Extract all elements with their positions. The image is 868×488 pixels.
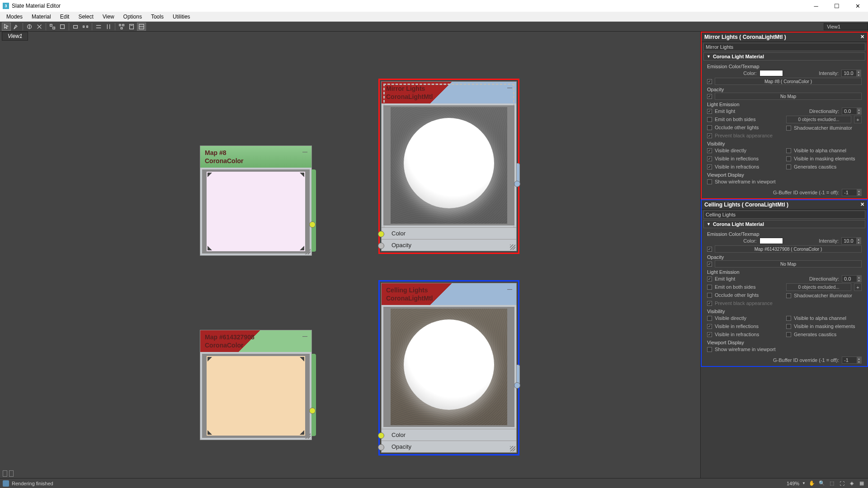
node-mapbig-header[interactable]: Map #614327908 CoronaColor — xyxy=(200,330,311,352)
texmap-slot[interactable]: Map #614327908 ( CoronaColor ) xyxy=(715,245,862,253)
select-tool-icon[interactable] xyxy=(2,23,11,31)
panel-mirror-name-field[interactable]: Mirror Lights xyxy=(703,43,865,51)
gen-caustics-checkbox[interactable] xyxy=(786,332,791,337)
delete-tool-icon[interactable] xyxy=(35,23,44,31)
panel-mirror-header[interactable]: Mirror Lights ( CoronaLightMtl )✕ xyxy=(702,33,867,42)
maximize-button[interactable]: ☐ xyxy=(826,0,847,12)
vis-mask-checkbox[interactable] xyxy=(786,324,791,329)
exclude-button[interactable]: 0 objects excluded... xyxy=(786,116,851,123)
collapse-icon[interactable]: — xyxy=(507,84,513,91)
layout-horizontal-icon[interactable] xyxy=(94,23,103,31)
panel-ceiling-header[interactable]: Celling Lights ( CoronaLightMtl )✕ xyxy=(702,200,867,210)
rollout-header[interactable]: ▼Corona Light Material xyxy=(703,52,865,61)
resize-grip-icon[interactable] xyxy=(510,446,515,451)
show-end-icon[interactable] xyxy=(81,23,90,31)
emit-light-checkbox[interactable] xyxy=(707,109,712,114)
texmap-toggle[interactable] xyxy=(707,247,712,252)
vis-alpha-checkbox[interactable] xyxy=(786,316,791,321)
menu-options[interactable]: Options xyxy=(119,13,146,21)
output-socket[interactable] xyxy=(514,382,520,389)
node-mirror[interactable]: Mirror Lights CoronaLightMtl — Color Opa… xyxy=(381,81,517,251)
resize-grip-icon[interactable] xyxy=(305,249,311,254)
panel-ceiling-name-field[interactable]: Celling Lights xyxy=(703,211,865,219)
intensity-spinner[interactable]: 10.0▲▼ xyxy=(841,70,861,77)
emit-light-checkbox[interactable] xyxy=(707,277,712,282)
shadowcatcher-checkbox[interactable] xyxy=(786,126,791,131)
node-ceiling[interactable]: Celling Lights CoronaLightMtl — Color Op… xyxy=(381,283,517,453)
hide-unused-icon[interactable] xyxy=(58,23,67,31)
exclude-button[interactable]: 0 objects excluded... xyxy=(786,283,851,291)
zoom-extents-icon[interactable]: ⛶ xyxy=(838,480,845,487)
resize-grip-icon[interactable] xyxy=(305,433,311,439)
output-socket[interactable] xyxy=(514,181,520,187)
resize-grip-icon[interactable] xyxy=(510,244,515,250)
node-canvas[interactable]: View1 Map #8 CoronaColor — xyxy=(0,32,701,478)
move-children-icon[interactable] xyxy=(48,23,57,31)
close-icon[interactable]: ✕ xyxy=(860,34,864,40)
opacity-toggle[interactable] xyxy=(707,262,712,267)
output-socket[interactable] xyxy=(309,408,316,414)
layout-vertical-icon[interactable] xyxy=(104,23,113,31)
wireframe-checkbox[interactable] xyxy=(707,347,712,352)
opacity-slot[interactable]: No Map xyxy=(715,93,862,100)
view-selector[interactable]: View1 xyxy=(824,23,868,30)
status-icon-1[interactable] xyxy=(3,470,7,477)
mirror-color-input[interactable]: Color xyxy=(382,227,516,239)
texmap-toggle[interactable] xyxy=(707,79,712,84)
vis-refl-checkbox[interactable] xyxy=(707,324,712,329)
zoom-icon[interactable]: 🔍 xyxy=(818,480,826,487)
texmap-slot[interactable]: Map #8 ( CoronaColor ) xyxy=(715,78,862,85)
vis-direct-checkbox[interactable] xyxy=(707,148,712,153)
node-ceiling-header[interactable]: Celling Lights CoronaLightMtl — xyxy=(382,283,516,305)
opacity-toggle[interactable] xyxy=(707,94,712,99)
vis-refr-checkbox[interactable] xyxy=(707,164,712,169)
mirror-opacity-input[interactable]: Opacity xyxy=(382,239,516,251)
menu-view[interactable]: View xyxy=(98,13,119,21)
wireframe-checkbox[interactable] xyxy=(707,179,712,184)
menu-edit[interactable]: Edit xyxy=(56,13,74,21)
add-exclude-button[interactable]: + xyxy=(854,116,862,123)
node-map8-header[interactable]: Map #8 CoronaColor — xyxy=(200,146,311,168)
add-exclude-button[interactable]: + xyxy=(854,283,862,291)
pan-icon[interactable]: ✋ xyxy=(808,480,816,487)
menu-select[interactable]: Select xyxy=(74,13,98,21)
ceiling-opacity-input[interactable]: Opacity xyxy=(382,441,516,452)
collapse-icon[interactable]: — xyxy=(507,286,513,292)
minimize-button[interactable]: ─ xyxy=(806,0,826,12)
color-swatch[interactable] xyxy=(760,238,783,244)
gbuffer-spinner[interactable]: -1▲▼ xyxy=(842,189,862,196)
zoom-level[interactable]: 149% xyxy=(787,481,799,486)
occlude-checkbox[interactable] xyxy=(707,125,712,130)
zoom-extents-sel-icon[interactable]: ◈ xyxy=(848,480,855,487)
emit-both-checkbox[interactable] xyxy=(707,117,712,122)
vis-mask-checkbox[interactable] xyxy=(786,156,791,161)
intensity-spinner[interactable]: 10.0▲▼ xyxy=(841,237,861,244)
vis-alpha-checkbox[interactable] xyxy=(786,148,791,153)
status-icon-2[interactable] xyxy=(9,470,14,477)
gbuffer-spinner[interactable]: -1▲▼ xyxy=(842,357,862,364)
directionality-spinner[interactable]: 0.0▲▼ xyxy=(842,275,862,282)
assign-tool-icon[interactable] xyxy=(25,23,34,31)
opacity-slot[interactable]: No Map xyxy=(715,260,862,267)
node-mirror-header[interactable]: Mirror Lights CoronaLightMtl — xyxy=(382,82,516,103)
zoom-region-icon[interactable]: ⬚ xyxy=(828,480,835,487)
vis-direct-checkbox[interactable] xyxy=(707,316,712,321)
directionality-spinner[interactable]: 0.0▲▼ xyxy=(842,108,862,115)
pick-tool-icon[interactable] xyxy=(12,23,21,31)
emit-both-checkbox[interactable] xyxy=(707,285,712,290)
occlude-checkbox[interactable] xyxy=(707,293,712,298)
rollout-header[interactable]: ▼Corona Light Material xyxy=(703,220,865,228)
close-icon[interactable]: ✕ xyxy=(860,202,864,208)
menu-utilities[interactable]: Utilities xyxy=(168,13,195,21)
mat-browser-icon[interactable] xyxy=(127,23,136,31)
view-tab[interactable]: View1 xyxy=(2,32,28,41)
node-map8[interactable]: Map #8 CoronaColor — xyxy=(200,145,312,256)
ceiling-color-input[interactable]: Color xyxy=(382,429,516,441)
node-mapbig[interactable]: Map #614327908 CoronaColor — xyxy=(200,330,312,440)
vis-refr-checkbox[interactable] xyxy=(707,332,712,337)
vis-refl-checkbox[interactable] xyxy=(707,156,712,161)
show-map-icon[interactable] xyxy=(71,23,80,31)
gen-caustics-checkbox[interactable] xyxy=(786,164,791,169)
layout-all-icon[interactable] xyxy=(117,23,126,31)
output-socket[interactable] xyxy=(309,221,316,228)
